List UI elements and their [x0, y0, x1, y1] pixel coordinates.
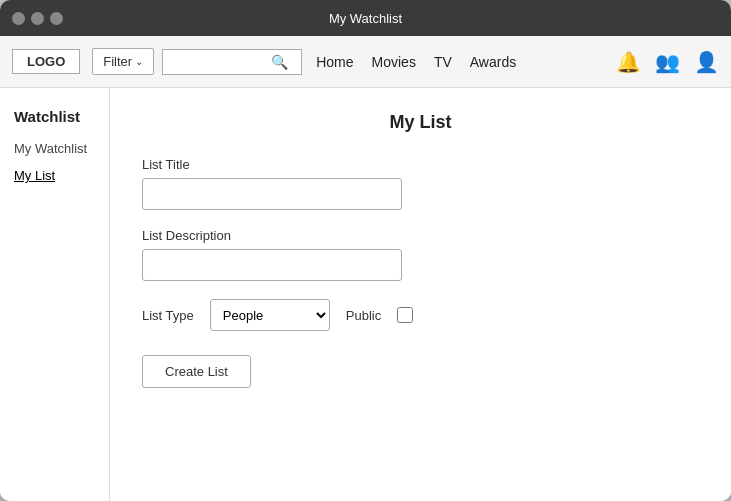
list-type-label: List Type — [142, 308, 194, 323]
nav-awards[interactable]: Awards — [470, 54, 516, 70]
close-btn[interactable] — [12, 12, 25, 25]
main-content: Watchlist My Watchlist My List My List L… — [0, 88, 731, 501]
list-type-row: List Type People Movies TV Shows Public — [142, 299, 699, 331]
user-icon[interactable]: 👤 — [694, 50, 719, 74]
search-bar: 🔍 — [162, 49, 302, 75]
nav-movies[interactable]: Movies — [372, 54, 416, 70]
list-title-group: List Title — [142, 157, 699, 210]
window-title: My Watchlist — [329, 11, 402, 26]
filter-label: Filter — [103, 54, 132, 69]
list-description-group: List Description — [142, 228, 699, 281]
title-bar: My Watchlist — [0, 0, 731, 36]
app-window: My Watchlist LOGO Filter ⌄ 🔍 Home Movies… — [0, 0, 731, 501]
toolbar-icons: 🔔 👥 👤 — [616, 50, 719, 74]
sidebar: Watchlist My Watchlist My List — [0, 88, 110, 501]
public-checkbox[interactable] — [397, 307, 413, 323]
maximize-btn[interactable] — [50, 12, 63, 25]
toolbar: LOGO Filter ⌄ 🔍 Home Movies TV Awards 🔔 … — [0, 36, 731, 88]
search-input[interactable] — [171, 54, 271, 69]
sidebar-heading: Watchlist — [14, 108, 95, 125]
list-title-input[interactable] — [142, 178, 402, 210]
logo[interactable]: LOGO — [12, 49, 80, 74]
filter-button[interactable]: Filter ⌄ — [92, 48, 154, 75]
page-title: My List — [142, 112, 699, 133]
sidebar-item-my-watchlist[interactable]: My Watchlist — [14, 141, 95, 156]
public-label: Public — [346, 308, 381, 323]
chevron-down-icon: ⌄ — [135, 56, 143, 67]
page-area: My List List Title List Description List… — [110, 88, 731, 501]
group-icon[interactable]: 👥 — [655, 50, 680, 74]
notification-icon[interactable]: 🔔 — [616, 50, 641, 74]
create-list-button[interactable]: Create List — [142, 355, 251, 388]
nav-tv[interactable]: TV — [434, 54, 452, 70]
search-icon[interactable]: 🔍 — [271, 54, 288, 70]
minimize-btn[interactable] — [31, 12, 44, 25]
main-nav: Home Movies TV Awards — [316, 54, 516, 70]
window-controls — [12, 12, 63, 25]
nav-home[interactable]: Home — [316, 54, 353, 70]
list-title-label: List Title — [142, 157, 699, 172]
sidebar-item-my-list[interactable]: My List — [14, 168, 95, 183]
list-type-select[interactable]: People Movies TV Shows — [210, 299, 330, 331]
list-description-label: List Description — [142, 228, 699, 243]
list-description-input[interactable] — [142, 249, 402, 281]
